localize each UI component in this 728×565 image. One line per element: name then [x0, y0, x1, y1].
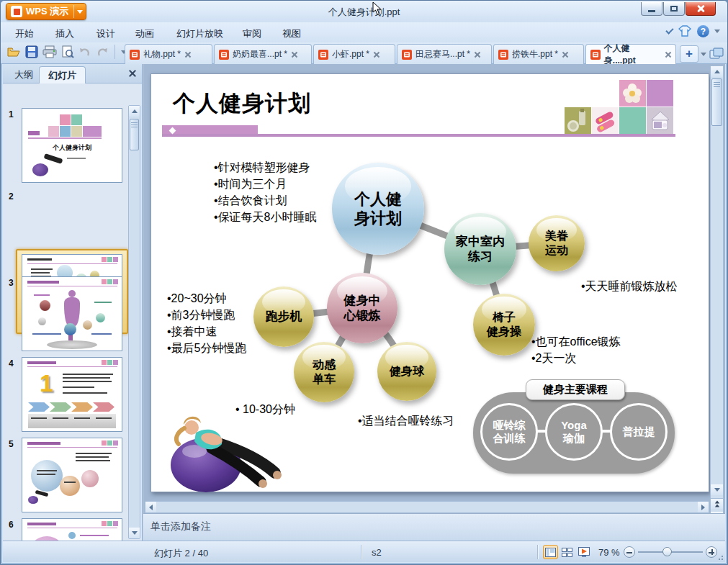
- thumb-base: [28, 414, 116, 428]
- arrow-up-icon: [132, 109, 138, 113]
- menu-item-view[interactable]: 视图: [278, 26, 305, 42]
- scroll-up-button[interactable]: [711, 66, 723, 77]
- menu-item-slideshow[interactable]: 幻灯片放映: [172, 26, 228, 42]
- help-dropdown-icon[interactable]: [714, 30, 720, 33]
- thumb-rule: [27, 286, 117, 286]
- slide-thumbnail-1[interactable]: 个人健身计划: [22, 108, 122, 183]
- double-arrow-up-icon: [714, 500, 720, 507]
- skin-icon[interactable]: [678, 25, 692, 37]
- undo-icon[interactable]: [78, 46, 91, 58]
- doc-tab-nainai[interactable]: 奶奶最喜...pt *: [214, 44, 312, 64]
- menu-item-animation[interactable]: 动画: [131, 26, 158, 42]
- slide-thumbnail-4[interactable]: 1: [22, 357, 122, 432]
- slide-sorter-icon: [562, 548, 572, 557]
- node-label: 美眷 运动: [545, 229, 568, 258]
- scroll-down-button[interactable]: [129, 528, 140, 538]
- help-icon[interactable]: ?: [697, 25, 709, 37]
- close-tab-icon[interactable]: [291, 51, 297, 58]
- notes-input[interactable]: 单击添加备注: [143, 513, 725, 541]
- node-spinning-bike[interactable]: 动感 单车: [294, 342, 354, 402]
- node-personal-fitness-plan[interactable]: 个人健 身计划: [332, 163, 424, 255]
- menu-item-design[interactable]: 设计: [92, 26, 120, 42]
- scroll-down-button[interactable]: [711, 484, 723, 495]
- thumb-tiles: [102, 440, 118, 446]
- node-back-beauty[interactable]: 美眷 运动: [529, 215, 585, 271]
- ppt-file-icon: [402, 50, 412, 60]
- thumb-ball: [32, 163, 48, 176]
- node-home-exercise[interactable]: 家中室内 练习: [444, 213, 516, 285]
- status-bar: 幻灯片 2 / 40 s2 79 %: [3, 541, 725, 562]
- slide-thumbnail-5[interactable]: [22, 438, 122, 512]
- close-tab-icon[interactable]: [665, 51, 671, 58]
- doc-tab-xiaoxia[interactable]: 小虾.ppt *: [313, 44, 395, 64]
- open-file-icon[interactable]: [6, 45, 21, 58]
- doc-tab-tianji[interactable]: 田忌赛马...pt *: [397, 44, 492, 64]
- scroll-up-button[interactable]: [129, 106, 140, 117]
- close-tab-icon[interactable]: [184, 51, 191, 58]
- close-panel-icon[interactable]: [128, 69, 136, 77]
- course-yoga[interactable]: Yoga 瑜伽: [545, 403, 603, 461]
- resize-grip[interactable]: [716, 553, 723, 560]
- title-bar: WPS 演示 个人健身计划.ppt: [1, 1, 727, 22]
- courses-panel[interactable]: 哑铃综 合训练 Yoga 瑜伽 普拉提: [473, 392, 675, 474]
- tab-outline[interactable]: 大纲: [6, 66, 42, 83]
- redo-icon[interactable]: [96, 46, 109, 58]
- courses-title-pill[interactable]: 健身主要课程: [526, 379, 625, 400]
- zoom-slider-thumb[interactable]: [662, 547, 672, 556]
- scrollbar-thumb[interactable]: [130, 119, 139, 150]
- normal-view-button[interactable]: [543, 545, 558, 559]
- new-tab-button[interactable]: +: [680, 45, 698, 63]
- node-gym-workout[interactable]: 健身中 心锻炼: [327, 273, 397, 343]
- tab-slides[interactable]: 幻灯片: [39, 66, 86, 83]
- close-tab-icon[interactable]: [474, 51, 480, 58]
- node-treadmill[interactable]: 跑步机: [253, 286, 314, 347]
- divider: [361, 545, 361, 559]
- course-dumbbell-training[interactable]: 哑铃综 合训练: [480, 403, 538, 461]
- slide-canvas[interactable]: 个人健身计划: [150, 73, 709, 492]
- collapse-ribbon-icon[interactable]: [665, 26, 673, 34]
- tab-list-dropdown-icon[interactable]: [701, 53, 706, 56]
- notes-chair[interactable]: •也可在office锻炼 •2天一次: [531, 333, 621, 366]
- slideshow-button[interactable]: [576, 545, 591, 559]
- thumb-tile: [102, 521, 107, 526]
- slide-thumbnail-6[interactable]: [22, 518, 122, 541]
- node-chair-aerobics[interactable]: 椅子 健身操: [473, 294, 535, 356]
- close-button[interactable]: [686, 2, 716, 16]
- note-fitness-ball[interactable]: •适当结合哑铃练习: [358, 412, 454, 429]
- doc-tab-liwu[interactable]: 礼物.ppt *: [125, 44, 212, 64]
- doc-tab-label: 个人健身....ppt: [604, 42, 661, 67]
- slide-thumbnail-3[interactable]: [22, 276, 122, 351]
- save-icon[interactable]: [25, 45, 38, 58]
- note-back-beauty[interactable]: •天天睡前锻炼放松: [581, 278, 678, 294]
- menu-item-review[interactable]: 审阅: [238, 26, 266, 42]
- panel-scrollbar[interactable]: [128, 105, 140, 539]
- scroll-left-button[interactable]: [145, 502, 156, 512]
- close-tab-icon[interactable]: [562, 51, 568, 58]
- previous-slide-button[interactable]: [711, 498, 723, 509]
- menu-item-insert[interactable]: 插入: [51, 26, 78, 42]
- print-icon[interactable]: [42, 45, 57, 58]
- scrollbar-thumb[interactable]: [711, 78, 722, 126]
- thumb-chevron: [93, 402, 114, 412]
- minimize-button[interactable]: [641, 2, 662, 16]
- zoom-out-button[interactable]: [624, 546, 635, 558]
- slide-sorter-button[interactable]: [560, 545, 575, 559]
- thumb-dot: [68, 532, 76, 539]
- menu-item-home[interactable]: 开始: [11, 26, 38, 42]
- close-tab-icon[interactable]: [373, 51, 379, 58]
- bullets-treadmill[interactable]: •20~30分钟 •前3分钟慢跑 •接着中速 •最后5分钟慢跑: [167, 290, 247, 356]
- doc-tab-laotieniu[interactable]: 捞铁牛.ppt *: [493, 44, 584, 64]
- arrange-windows-icon[interactable]: [709, 48, 724, 60]
- vertical-scrollbar[interactable]: [710, 65, 724, 523]
- course-pilates[interactable]: 普拉提: [610, 403, 668, 461]
- bullets-center-plan[interactable]: •针对模特塑形健身 •时间为三个月 •结合饮食计划 •保证每天8小时睡眠: [214, 159, 317, 225]
- thumb-text: [74, 417, 90, 419]
- maximize-button[interactable]: [663, 2, 685, 16]
- horizontal-scrollbar[interactable]: [145, 501, 709, 513]
- divider: [537, 545, 538, 559]
- print-preview-icon[interactable]: [61, 45, 74, 58]
- scroll-right-button[interactable]: [698, 502, 709, 512]
- doc-tab-personal-fitness-active[interactable]: 个人健身....ppt: [585, 44, 676, 64]
- thumb-figure-head: [68, 290, 76, 297]
- node-fitness-ball[interactable]: 健身球: [377, 342, 436, 401]
